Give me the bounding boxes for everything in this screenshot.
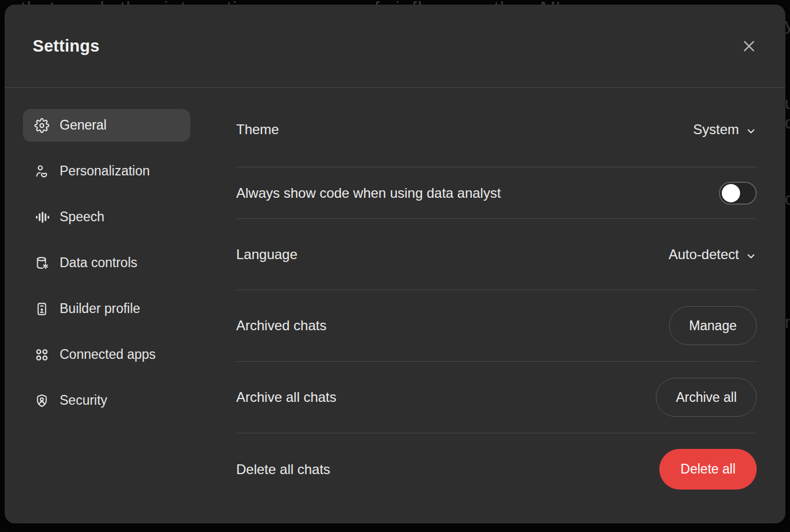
waveform-icon [34,210,49,225]
manage-archived-button[interactable]: Manage [669,306,757,345]
apps-grid-icon [34,347,49,362]
theme-row: Theme System [236,92,757,167]
language-row: Language Auto-detect [236,219,757,290]
background-text-fragment: o [785,113,790,132]
toggle-knob [722,184,740,202]
delete-all-row: Delete all chats Delete all [236,433,757,505]
language-dropdown-value: Auto-detect [668,247,739,263]
sidebar-item-label: Data controls [60,255,138,271]
sidebar-item-label: Connected apps [60,347,156,362]
language-label: Language [236,247,298,263]
general-settings-panel: Theme System Always show code when using… [218,88,785,505]
delete-all-label: Delete all chats [236,461,330,478]
id-badge-icon [34,302,49,316]
archived-chats-row: Archived chats Manage [236,290,757,362]
settings-modal: Settings General Pe [5,5,785,523]
sidebar-item-label: General [60,118,107,133]
sidebar-item-label: Builder profile [60,301,140,316]
delete-all-button[interactable]: Delete all [659,449,757,490]
gear-icon [34,118,49,133]
sidebar-item-connected-apps[interactable]: Connected apps [23,338,190,371]
database-gear-icon [34,256,49,271]
show-code-label: Always show code when using data analyst [236,185,501,201]
chevron-down-icon [745,124,757,136]
background-text-fragment: y [785,15,790,34]
sidebar-item-speech[interactable]: Speech [23,201,190,233]
close-icon [741,38,757,54]
settings-sidebar: General Personalization Speech [5,88,218,505]
archive-all-button[interactable]: Archive all [656,378,757,417]
theme-dropdown-value: System [693,122,739,138]
modal-header: Settings [5,5,785,88]
modal-body: General Personalization Speech [5,88,785,505]
sidebar-item-label: Personalization [60,163,150,179]
sidebar-item-label: Speech [60,209,104,225]
archive-all-label: Archive all chats [236,389,337,405]
page-title: Settings [33,37,100,56]
close-button[interactable] [737,34,761,58]
archived-chats-label: Archived chats [236,318,326,334]
shield-person-icon [34,393,49,408]
sidebar-item-label: Security [60,393,107,408]
archive-all-row: Archive all chats Archive all [236,362,757,433]
sidebar-item-security[interactable]: Security [23,384,190,417]
show-code-toggle[interactable] [719,182,757,205]
person-heart-icon [34,164,49,179]
sidebar-item-personalization[interactable]: Personalization [23,155,190,187]
background-text-fragment: o [785,189,790,209]
background-text-fragment: ni [785,312,790,332]
language-dropdown[interactable]: Auto-detect [668,243,757,266]
background-text-fragment: u [785,93,790,113]
theme-dropdown[interactable]: System [693,118,757,141]
theme-label: Theme [236,122,279,138]
screen: that and the interaction process of infl… [0,0,790,532]
sidebar-item-builder-profile[interactable]: Builder profile [23,292,190,325]
sidebar-item-general[interactable]: General [23,109,190,142]
show-code-row: Always show code when using data analyst [236,167,757,219]
chevron-down-icon [745,249,757,261]
sidebar-item-data-controls[interactable]: Data controls [23,247,190,279]
